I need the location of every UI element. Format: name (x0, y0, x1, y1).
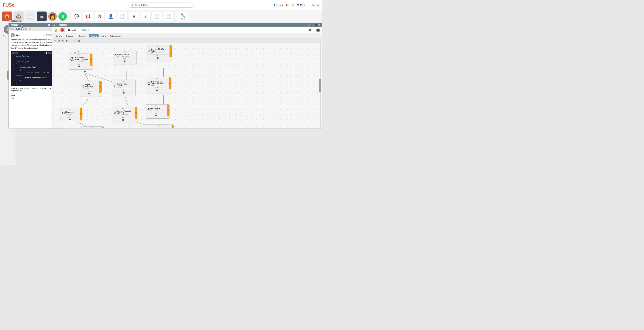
proc-title-left: ⊞ - Processes (54, 24, 67, 26)
notification-icon[interactable]: 📢 (286, 4, 288, 6)
proc-titlebar-buttons: ⤢ — ⬛ ✕ (308, 24, 320, 26)
proc-subtab-pipeline[interactable]: Pipeline (89, 34, 99, 38)
proc-expand-icon[interactable]: ⤢ (308, 24, 310, 26)
avatar-doc4[interactable]: 📄 (164, 11, 174, 22)
proc-subtabs: General Discovery Runtimes Pipeline Task… (52, 33, 322, 39)
timesheets-node-icon (70, 57, 74, 62)
me-menu[interactable]: 👤 Me ▾ (297, 4, 305, 6)
avatar-ai-face[interactable]: 🤖 (36, 11, 47, 22)
separator-1 (69, 12, 69, 21)
joe-name: Joe (16, 34, 20, 36)
proc-export-icon[interactable]: ↗ (58, 39, 60, 43)
proc-restore-icon[interactable]: ⬛ (314, 24, 317, 26)
ai-face-icon: 🤖 (40, 15, 44, 19)
chat-input[interactable] (10, 122, 56, 126)
bell-icon[interactable]: 🔔 (291, 4, 294, 6)
doc2-icon: 📄 (120, 14, 125, 19)
avatar-person-photo[interactable]: 👩 (48, 12, 57, 21)
proc-minimize-icon[interactable]: — (311, 24, 313, 26)
process-window: ⊞ - Processes ⤢ — ⬛ ✕ 🔒 ⛔ General Proces… (52, 23, 322, 128)
avatar-megaphone[interactable]: 📢 (83, 11, 93, 22)
proc-gear-icon[interactable]: ⚙ (78, 39, 80, 43)
power-icon: ⏻ (97, 14, 102, 19)
code-header: csharp 📋 Copy code (12, 52, 58, 54)
proc-import-icon[interactable]: ⬆ (54, 39, 56, 43)
proc-info-icon[interactable]: ℹ (312, 29, 314, 32)
side-scroll-handle[interactable] (7, 71, 9, 80)
node-concur-token[interactable]: IN ⚙ Concur Token REST Connector OUT 1 (113, 50, 136, 64)
doc3-icon: 📄 (154, 14, 160, 19)
proc-subtab-discovery[interactable]: Discovery (64, 34, 76, 38)
proc-close-x-icon[interactable]: ✕ (62, 39, 64, 43)
avatar-wrench[interactable]: 🔧 Tools (178, 11, 188, 22)
sign-out-button[interactable]: → Sign Out (308, 4, 319, 6)
proc-refresh-icon[interactable]: ↻ (66, 39, 68, 43)
search-bar[interactable]: 🔍 (128, 3, 194, 8)
separator-2 (176, 12, 176, 21)
node-transformations[interactable]: IN {} Transformations JSON OUT (82, 126, 104, 128)
network-icon[interactable]: ⬡ (25, 28, 27, 30)
proc-subtab-runtimes[interactable]: Runtimes (77, 34, 88, 38)
chat-title: - Messages(...) (10, 24, 24, 26)
proc-window-icon[interactable]: ⬜ (73, 39, 76, 43)
document-icon: 📄 (28, 14, 33, 19)
settings-icon[interactable]: ⚙ (28, 28, 31, 30)
avatar-person2[interactable]: 👤 (106, 11, 116, 22)
avatar-power[interactable]: ⏻ (94, 11, 104, 22)
chat-mode-icon[interactable]: 💬 (16, 28, 20, 30)
proc-lock-icon[interactable]: 🔒 (54, 28, 58, 32)
proc-header: 🔒 ⛔ General Process ⚙ ℹ ⬛ (52, 27, 322, 33)
angry-face-icon: 😠 (4, 14, 10, 19)
avatar-strip: 😠 🤖 📄 🤖 👩 S 💬 📢 ⏻ 👤 📄 ⊞ ☑ 📄 📄 🔧 (0, 10, 322, 23)
proc-fullscreen-icon[interactable]: ⬛ (316, 29, 320, 32)
avatar-green-s[interactable]: S (58, 12, 67, 21)
logo-fus: FUS (3, 2, 12, 8)
fuse-user-menu[interactable]: 👤 Fuse ▾ (273, 4, 283, 6)
node-concur-prod-token[interactable]: IN ⚙ Concur (PROD) Token REST Connector … (147, 45, 172, 61)
person2-icon: 👤 (108, 14, 114, 19)
person-photo-icon: 👩 (49, 13, 56, 20)
proc-stop-icon[interactable]: ⛔ (60, 28, 65, 32)
mode-label: Mode (10, 28, 14, 30)
proc-close-icon[interactable]: ✕ (318, 24, 320, 26)
comment-icon[interactable]: 💭 (21, 28, 24, 30)
node-expense-request[interactable]: IN ⚙ Expense Request Approval REST Conne… (112, 107, 137, 123)
proc-settings-icon[interactable]: ⚙ (309, 29, 311, 32)
topbar-right: 👤 Fuse ▾ 📢 🔔 👤 Me ▾ → Sign Out (273, 4, 319, 6)
main-area: 🤖 Roger - Ass... - Messages(...) - Messa… (0, 23, 322, 165)
avatar-checklist[interactable]: ☑ (140, 11, 150, 22)
svg-marker-10 (84, 71, 86, 73)
proc-subtab-tasks[interactable]: Tasks (100, 34, 108, 38)
proc-grid-icon: ⊞ (54, 24, 55, 26)
avatar-document[interactable]: 📄 (25, 11, 35, 22)
proc-tab-general[interactable]: General (67, 28, 77, 32)
person-icon: 👤 (297, 4, 300, 6)
minimize-icon[interactable]: ⬜ (48, 24, 50, 26)
proc-subtab-general[interactable]: General (54, 34, 64, 38)
search-input[interactable] (135, 4, 191, 7)
avatar-doc2[interactable]: 📄 (117, 11, 128, 22)
node-timesheets[interactable]: IN Timesheets From (69, 54, 92, 70)
proc-subtab-authorization[interactable]: Authorization (108, 34, 122, 38)
scrollbar-thumb[interactable] (320, 79, 321, 92)
proc-tab-process[interactable]: Process (79, 28, 90, 32)
tools-label: Tools (181, 18, 184, 20)
node-extract-access-token[interactable]: IN {} Extract Access Token JSON OUT 1 (112, 80, 136, 96)
node-import-messages[interactable]: IN {} Import Messages JSON OUT 1 (80, 81, 102, 97)
proc-fork-icon[interactable]: ⑂ (70, 40, 71, 43)
node-transformations-prod[interactable]: IN {} Transformations(PRO... JSON OUT 1 (146, 124, 171, 128)
avatar-speech-bubble[interactable]: 💬 (71, 11, 82, 22)
topbar: FUSe 🔍 👤 Fuse ▾ 📢 🔔 👤 Me ▾ → Sign Out (0, 0, 322, 10)
app-logo: FUSe (3, 2, 14, 8)
user-icon: 👤 (273, 4, 276, 6)
avatar-doc3[interactable]: 📄 (152, 11, 162, 22)
megaphone-icon: 📢 (85, 14, 90, 19)
logo-e: e (12, 2, 14, 8)
node-get-travel[interactable]: IN ⚙ Get Travel R... REST Conn... OUT 1 (146, 104, 170, 119)
node-messages[interactable]: IN ✉ Messages Messages OUT (60, 108, 82, 121)
speech-bubble-icon: 💬 (74, 14, 79, 19)
scrollbar-track (320, 43, 322, 128)
doc4-icon: 📄 (166, 14, 171, 19)
node-extract-access-token-prod[interactable]: IN {} Extract Access Token (PROD) JSON O… (146, 77, 171, 93)
avatar-table[interactable]: ⊞ (129, 11, 139, 22)
